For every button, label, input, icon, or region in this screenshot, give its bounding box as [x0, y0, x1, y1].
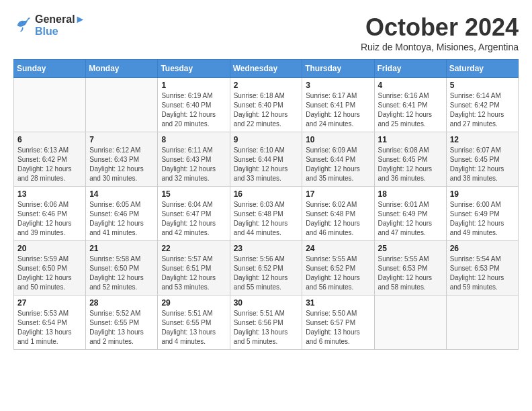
calendar-cell: 17Sunrise: 6:02 AM Sunset: 6:48 PM Dayli… [302, 187, 374, 241]
day-info: Sunrise: 5:55 AM Sunset: 6:52 PM Dayligh… [306, 255, 370, 292]
day-number: 26 [450, 244, 515, 253]
day-info: Sunrise: 5:57 AM Sunset: 6:51 PM Dayligh… [161, 255, 226, 292]
day-number: 15 [161, 189, 226, 199]
calendar-cell: 15Sunrise: 6:04 AM Sunset: 6:47 PM Dayli… [158, 187, 230, 241]
day-info: Sunrise: 6:13 AM Sunset: 6:42 PM Dayligh… [17, 146, 82, 183]
calendar-cell: 10Sunrise: 6:09 AM Sunset: 6:44 PM Dayli… [302, 132, 374, 187]
day-number: 11 [378, 135, 443, 144]
weekday-header-monday: Monday [86, 60, 158, 78]
day-number: 8 [161, 135, 226, 144]
day-number: 6 [17, 135, 82, 144]
day-info: Sunrise: 5:54 AM Sunset: 6:53 PM Dayligh… [450, 255, 515, 292]
day-info: Sunrise: 6:06 AM Sunset: 6:46 PM Dayligh… [17, 200, 82, 238]
calendar-cell: 3Sunrise: 6:17 AM Sunset: 6:41 PM Daylig… [302, 78, 374, 132]
day-info: Sunrise: 6:11 AM Sunset: 6:43 PM Dayligh… [161, 146, 226, 183]
calendar-cell: 7Sunrise: 6:12 AM Sunset: 6:43 PM Daylig… [86, 132, 158, 187]
day-number: 2 [234, 81, 299, 90]
day-info: Sunrise: 5:53 AM Sunset: 6:54 PM Dayligh… [17, 309, 82, 347]
calendar-cell: 29Sunrise: 5:51 AM Sunset: 6:55 PM Dayli… [158, 295, 230, 350]
day-info: Sunrise: 6:03 AM Sunset: 6:48 PM Dayligh… [234, 200, 299, 238]
calendar-cell [86, 78, 158, 132]
day-number: 22 [161, 244, 226, 253]
day-number: 3 [306, 81, 370, 90]
calendar-cell: 24Sunrise: 5:55 AM Sunset: 6:52 PM Dayli… [302, 241, 374, 295]
day-info: Sunrise: 5:59 AM Sunset: 6:50 PM Dayligh… [17, 255, 82, 292]
calendar-week-4: 20Sunrise: 5:59 AM Sunset: 6:50 PM Dayli… [14, 241, 519, 295]
day-info: Sunrise: 5:50 AM Sunset: 6:57 PM Dayligh… [306, 309, 370, 347]
day-info: Sunrise: 6:07 AM Sunset: 6:45 PM Dayligh… [450, 146, 515, 183]
day-number: 21 [89, 244, 154, 253]
day-number: 28 [89, 298, 154, 308]
calendar-cell [374, 295, 446, 350]
day-info: Sunrise: 6:10 AM Sunset: 6:44 PM Dayligh… [234, 146, 299, 183]
calendar-cell [14, 78, 86, 132]
day-number: 4 [378, 81, 443, 90]
weekday-header-sunday: Sunday [14, 60, 86, 78]
day-number: 30 [234, 298, 299, 308]
weekday-header-wednesday: Wednesday [230, 60, 302, 78]
calendar-cell: 1Sunrise: 6:19 AM Sunset: 6:40 PM Daylig… [158, 78, 230, 132]
day-info: Sunrise: 6:09 AM Sunset: 6:44 PM Dayligh… [306, 146, 370, 183]
day-number: 23 [234, 244, 299, 253]
calendar-cell: 21Sunrise: 5:58 AM Sunset: 6:50 PM Dayli… [86, 241, 158, 295]
calendar-cell: 18Sunrise: 6:01 AM Sunset: 6:49 PM Dayli… [374, 187, 446, 241]
calendar-cell: 28Sunrise: 5:52 AM Sunset: 6:55 PM Dayli… [86, 295, 158, 350]
day-info: Sunrise: 6:00 AM Sunset: 6:49 PM Dayligh… [450, 200, 515, 238]
day-number: 17 [306, 189, 370, 199]
calendar-week-1: 1Sunrise: 6:19 AM Sunset: 6:40 PM Daylig… [14, 78, 519, 132]
day-number: 31 [306, 298, 370, 308]
day-number: 10 [306, 135, 370, 144]
weekday-header-friday: Friday [374, 60, 446, 78]
calendar-week-2: 6Sunrise: 6:13 AM Sunset: 6:42 PM Daylig… [14, 132, 519, 187]
calendar-header: SundayMondayTuesdayWednesdayThursdayFrid… [14, 60, 519, 78]
calendar-cell: 30Sunrise: 5:51 AM Sunset: 6:56 PM Dayli… [230, 295, 302, 350]
calendar-cell: 9Sunrise: 6:10 AM Sunset: 6:44 PM Daylig… [230, 132, 302, 187]
location-subtitle: Ruiz de Montoya, Misiones, Argentina [361, 42, 519, 52]
day-number: 5 [450, 81, 515, 90]
day-number: 24 [306, 244, 370, 253]
logo-text: General► Blue [35, 13, 85, 38]
calendar-table: SundayMondayTuesdayWednesdayThursdayFrid… [13, 59, 519, 350]
calendar-cell: 25Sunrise: 5:55 AM Sunset: 6:53 PM Dayli… [374, 241, 446, 295]
day-info: Sunrise: 6:04 AM Sunset: 6:47 PM Dayligh… [161, 200, 226, 238]
day-info: Sunrise: 6:19 AM Sunset: 6:40 PM Dayligh… [161, 91, 226, 129]
calendar-cell: 16Sunrise: 6:03 AM Sunset: 6:48 PM Dayli… [230, 187, 302, 241]
day-info: Sunrise: 5:58 AM Sunset: 6:50 PM Dayligh… [89, 255, 154, 292]
calendar-cell: 23Sunrise: 5:56 AM Sunset: 6:52 PM Dayli… [230, 241, 302, 295]
calendar-body: 1Sunrise: 6:19 AM Sunset: 6:40 PM Daylig… [14, 78, 519, 350]
calendar-cell: 2Sunrise: 6:18 AM Sunset: 6:40 PM Daylig… [230, 78, 302, 132]
day-number: 25 [378, 244, 443, 253]
calendar-cell: 31Sunrise: 5:50 AM Sunset: 6:57 PM Dayli… [302, 295, 374, 350]
calendar-cell: 11Sunrise: 6:08 AM Sunset: 6:45 PM Dayli… [374, 132, 446, 187]
day-info: Sunrise: 6:17 AM Sunset: 6:41 PM Dayligh… [306, 91, 370, 129]
day-info: Sunrise: 6:05 AM Sunset: 6:46 PM Dayligh… [89, 200, 154, 238]
day-number: 16 [234, 189, 299, 199]
day-info: Sunrise: 6:16 AM Sunset: 6:41 PM Dayligh… [378, 91, 443, 129]
day-info: Sunrise: 5:51 AM Sunset: 6:56 PM Dayligh… [234, 309, 299, 347]
calendar-week-3: 13Sunrise: 6:06 AM Sunset: 6:46 PM Dayli… [14, 187, 519, 241]
month-title: October 2024 [361, 13, 519, 42]
page-header: General► Blue October 2024 Ruiz de Monto… [13, 13, 519, 52]
calendar-cell: 26Sunrise: 5:54 AM Sunset: 6:53 PM Dayli… [446, 241, 518, 295]
calendar-cell: 27Sunrise: 5:53 AM Sunset: 6:54 PM Dayli… [14, 295, 86, 350]
calendar-cell: 20Sunrise: 5:59 AM Sunset: 6:50 PM Dayli… [14, 241, 86, 295]
day-info: Sunrise: 6:14 AM Sunset: 6:42 PM Dayligh… [450, 91, 515, 129]
logo: General► Blue [13, 13, 85, 38]
weekday-header-saturday: Saturday [446, 60, 518, 78]
day-info: Sunrise: 5:52 AM Sunset: 6:55 PM Dayligh… [89, 309, 154, 347]
day-number: 14 [89, 189, 154, 199]
day-number: 19 [450, 189, 515, 199]
calendar-cell: 8Sunrise: 6:11 AM Sunset: 6:43 PM Daylig… [158, 132, 230, 187]
calendar-cell: 12Sunrise: 6:07 AM Sunset: 6:45 PM Dayli… [446, 132, 518, 187]
day-info: Sunrise: 6:08 AM Sunset: 6:45 PM Dayligh… [378, 146, 443, 183]
day-info: Sunrise: 6:01 AM Sunset: 6:49 PM Dayligh… [378, 200, 443, 238]
day-number: 9 [234, 135, 299, 144]
day-info: Sunrise: 6:18 AM Sunset: 6:40 PM Dayligh… [234, 91, 299, 129]
day-number: 27 [17, 298, 82, 308]
title-block: October 2024 Ruiz de Montoya, Misiones, … [361, 13, 519, 52]
day-number: 20 [17, 244, 82, 253]
calendar-cell: 13Sunrise: 6:06 AM Sunset: 6:46 PM Dayli… [14, 187, 86, 241]
day-number: 18 [378, 189, 443, 199]
day-number: 29 [161, 298, 226, 308]
calendar-cell: 22Sunrise: 5:57 AM Sunset: 6:51 PM Dayli… [158, 241, 230, 295]
